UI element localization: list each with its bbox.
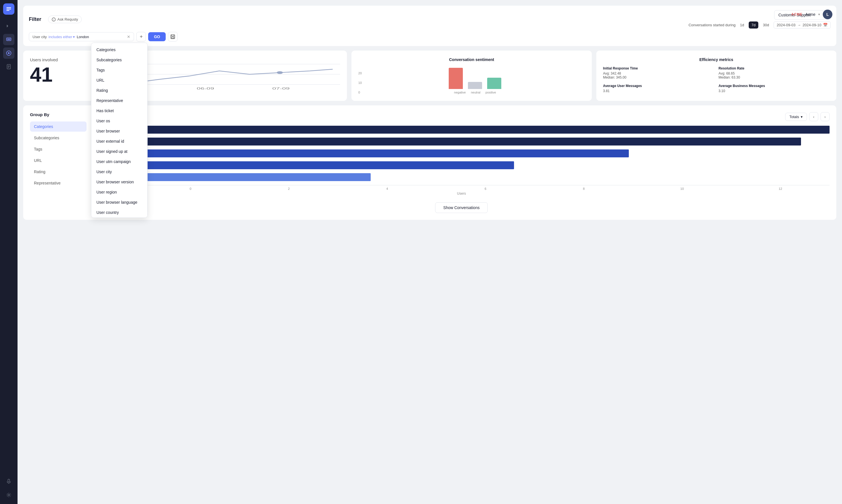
dropdown-item[interactable]: Categories: [91, 44, 147, 55]
prev-button[interactable]: ‹: [809, 112, 818, 121]
users-involved-label: Users involved: [30, 57, 58, 62]
date-30d-button[interactable]: 30d: [760, 21, 772, 29]
efficiency-card: Efficiency metrics Initial Response Time…: [596, 51, 836, 101]
axis-label: 2: [240, 187, 338, 191]
dropdown-item[interactable]: Tags: [91, 65, 147, 75]
bar-container: [141, 126, 829, 133]
settings-nav-icon[interactable]: [3, 489, 14, 501]
chart-bar-row: payment_billing: [93, 126, 829, 133]
dropdown-item[interactable]: Representative: [91, 95, 147, 106]
chat-nav-icon[interactable]: [3, 34, 14, 45]
save-filter-button[interactable]: [168, 32, 178, 41]
totals-button[interactable]: Totals ▾: [785, 113, 807, 121]
main-content: ACME Acme ▾ L Filter i Ask Requsty Custo…: [18, 0, 842, 504]
dropdown-item[interactable]: User browser version: [91, 177, 147, 187]
svg-point-5: [8, 52, 10, 54]
bar-container: [141, 161, 829, 169]
filter-type-chevron: ▾: [73, 35, 75, 39]
filter-remove-button[interactable]: ✕: [127, 34, 130, 39]
calendar-icon[interactable]: 📅: [823, 23, 828, 27]
resolution-rate-median: Median: 63.30: [718, 75, 829, 79]
sentiment-card: Conversation sentiment 20 10 0: [351, 51, 592, 101]
mic-nav-icon[interactable]: [3, 476, 14, 487]
negative-label: negative: [454, 91, 466, 94]
avg-user-messages-title: Average User Messages: [603, 84, 714, 88]
chart-panel: Categories Totals ▾ ‹ › payment_billingc…: [93, 112, 829, 213]
terminal-nav-icon[interactable]: [3, 20, 14, 32]
analytics-nav-icon[interactable]: [3, 48, 14, 59]
dropdown-item[interactable]: Rating: [91, 85, 147, 95]
resolution-rate-avg: Avg: 68.65: [718, 71, 829, 75]
axis-label: 10: [633, 187, 732, 191]
chart-header: Categories Totals ▾ ‹ ›: [93, 112, 829, 121]
dropdown-item[interactable]: Subcategories: [91, 55, 147, 65]
totals-label: Totals: [789, 115, 799, 119]
chart-bar-row: feedback_issues: [93, 149, 829, 157]
efficiency-title: Efficiency metrics: [603, 57, 829, 62]
group-by-items: CategoriesSubcategoriesTagsURLRatingRepr…: [30, 122, 87, 188]
dropdown-item[interactable]: User signed up at: [91, 146, 147, 157]
date-1d-button[interactable]: 1d: [737, 21, 747, 29]
account-chevron-icon[interactable]: ▾: [818, 13, 820, 16]
next-button[interactable]: ›: [821, 112, 829, 121]
sentiment-bar-negative: [449, 68, 463, 89]
trend-chart: 03-09 06-09 07-09 0 10 20: [114, 57, 340, 91]
ask-requsty-button[interactable]: i Ask Requsty: [48, 16, 82, 23]
topbar: ACME Acme ▾ L Filter i Ask Requsty Custo…: [23, 6, 836, 46]
user-avatar[interactable]: L: [823, 10, 832, 19]
account-name: Acme: [805, 12, 815, 17]
bar-fill: [141, 149, 629, 157]
dropdown-item[interactable]: User country: [91, 208, 147, 218]
sentiment-bar-neutral: [468, 82, 482, 89]
app-logo[interactable]: [3, 3, 14, 15]
bar-fill: [141, 126, 829, 133]
go-button[interactable]: GO: [148, 32, 166, 41]
response-time-title: Initial Response Time: [603, 66, 714, 70]
add-filter-button[interactable]: +: [136, 32, 146, 41]
dropdown-item[interactable]: Has ticket: [91, 106, 147, 116]
group-by-item[interactable]: Subcategories: [30, 133, 87, 143]
dropdown-item[interactable]: User os: [91, 116, 147, 126]
group-by-item[interactable]: Rating: [30, 167, 87, 177]
svg-point-15: [277, 71, 283, 74]
response-time-median: Median: 345.00: [603, 75, 714, 79]
bar-fill: [141, 161, 514, 169]
bar-fill: [141, 138, 801, 145]
response-time-avg: Avg: 342.48: [603, 71, 714, 75]
filter-chip: User city includes either ▾ ✕: [29, 32, 134, 41]
date-controls: Conversations started during 1d 7d 30d 2…: [688, 21, 831, 29]
avg-business-messages: Average Business Messages 3.10: [718, 84, 829, 93]
dropdown-item[interactable]: URL: [91, 75, 147, 85]
info-icon: i: [52, 18, 56, 21]
dropdown-item[interactable]: User city: [91, 167, 147, 177]
filter-value-input[interactable]: [76, 35, 124, 39]
date-range-picker[interactable]: 2024-09-03 → 2024-09-10 📅: [774, 21, 831, 29]
svg-rect-7: [8, 479, 10, 482]
document-nav-icon[interactable]: [3, 61, 14, 72]
sentiment-y-labels: 20 10 0: [358, 71, 362, 94]
filter-type-button[interactable]: includes either ▾: [49, 35, 75, 39]
sidebar: [0, 0, 18, 504]
dropdown-item[interactable]: User browser: [91, 126, 147, 136]
dropdown-item[interactable]: User utm campaign: [91, 157, 147, 167]
group-by-item[interactable]: URL: [30, 156, 87, 165]
bar-chart: payment_billingcourse_accessfeedback_iss…: [93, 126, 829, 196]
filter-type-label: includes either: [49, 35, 72, 39]
group-by-item[interactable]: Tags: [30, 144, 87, 154]
filter-field-label: User city: [33, 35, 47, 39]
conversations-started-label: Conversations started during: [688, 23, 735, 27]
show-conversations-button[interactable]: Show Conversations: [435, 202, 488, 213]
svg-text:07-09: 07-09: [272, 87, 290, 90]
dropdown-item[interactable]: User external id: [91, 136, 147, 146]
svg-point-1: [7, 39, 8, 40]
axis-title: Users: [93, 192, 829, 196]
group-by-item[interactable]: Representative: [30, 178, 87, 188]
totals-chevron-icon: ▾: [801, 115, 803, 119]
group-by-item[interactable]: Categories: [30, 122, 87, 132]
dropdown-item[interactable]: User browser language: [91, 197, 147, 208]
efficiency-grid: Initial Response Time Avg: 342.48 Median…: [603, 66, 829, 93]
sentiment-bar-positive: [487, 78, 501, 89]
dropdown-item[interactable]: User region: [91, 187, 147, 197]
group-by-title: Group By: [30, 112, 87, 117]
date-7d-button[interactable]: 7d: [749, 21, 758, 29]
